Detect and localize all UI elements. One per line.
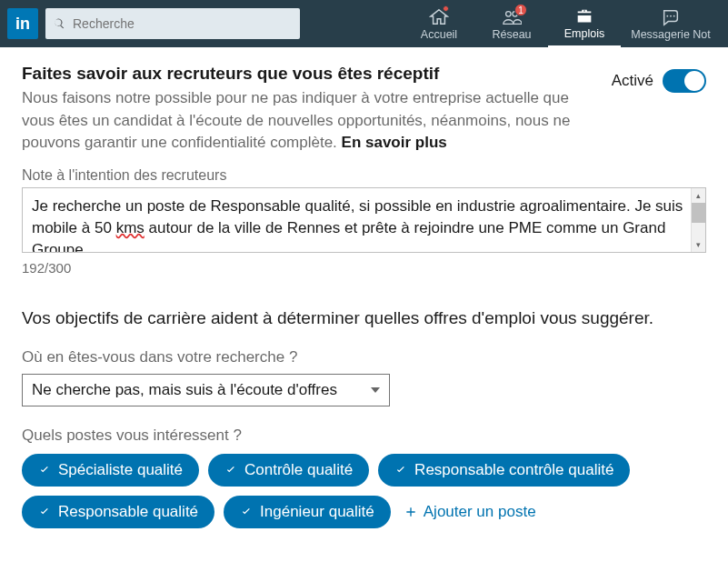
message-icon	[661, 7, 681, 27]
positions-pill-row: Spécialiste qualité Contrôle qualité Res…	[22, 454, 706, 528]
nav-jobs[interactable]: Emplois	[548, 0, 621, 47]
linkedin-logo[interactable]: in	[7, 8, 38, 39]
check-icon	[38, 464, 51, 477]
plus-icon	[404, 505, 418, 519]
chevron-down-icon	[371, 387, 380, 393]
status-label: Où en êtes-vous dans votre recherche ?	[22, 348, 706, 366]
scroll-thumb[interactable]	[692, 203, 705, 223]
open-toggle[interactable]	[663, 69, 706, 93]
nav-network[interactable]: 1 Réseau	[475, 0, 548, 47]
add-position-link[interactable]: Ajouter un poste	[400, 496, 540, 528]
position-pill[interactable]: Ingénieur qualité	[224, 496, 391, 528]
nav: Accueil 1 Réseau Emplois Messagerie Not	[403, 0, 721, 47]
position-pill[interactable]: Contrôle qualité	[208, 454, 369, 487]
status-select[interactable]: Ne cherche pas, mais suis à l'écoute d'o…	[22, 374, 390, 406]
scroll-up-icon: ▴	[692, 188, 705, 203]
position-pill[interactable]: Responsable contrôle qualité	[378, 454, 630, 487]
open-text: Faites savoir aux recruteurs que vous êt…	[22, 64, 576, 155]
open-to-recruiters-section: Faites savoir aux recruteurs que vous êt…	[22, 64, 706, 155]
svg-point-2	[673, 15, 675, 16]
scroll-down-icon: ▾	[692, 237, 705, 252]
positions-label: Quels postes vous intéressent ?	[22, 427, 706, 445]
check-icon	[394, 464, 407, 477]
main-content: Faites savoir aux recruteurs que vous êt…	[0, 47, 728, 545]
notification-dot-icon	[443, 5, 449, 12]
career-heading: Vos objectifs de carrière aident à déter…	[22, 308, 706, 328]
note-label: Note à l'intention des recruteurs	[22, 167, 706, 184]
note-textarea[interactable]: Je recherche un poste de Responsable qua…	[22, 187, 706, 253]
svg-point-1	[670, 15, 672, 16]
notification-badge: 1	[514, 4, 527, 16]
search-wrap	[45, 8, 300, 39]
spellcheck-underline: kms	[116, 219, 145, 236]
learn-more-link[interactable]: En savoir plus	[342, 134, 447, 151]
position-pill[interactable]: Spécialiste qualité	[22, 454, 199, 487]
nav-jobs-label: Emplois	[564, 27, 604, 40]
status-value: Ne cherche pas, mais suis à l'écoute d'o…	[32, 381, 337, 399]
toggle-label: Activé	[612, 72, 653, 90]
textarea-scrollbar[interactable]: ▴ ▾	[691, 188, 705, 252]
note-textarea-wrap: Je recherche un poste de Responsable qua…	[22, 187, 706, 253]
toggle-knob	[684, 71, 704, 91]
check-icon	[38, 506, 51, 518]
open-title: Faites savoir aux recruteurs que vous êt…	[22, 64, 576, 84]
nav-messaging-label: Messagerie Not	[631, 28, 711, 41]
briefcase-icon	[574, 6, 594, 26]
toggle-area: Activé	[612, 64, 706, 93]
nav-home[interactable]: Accueil	[403, 0, 475, 47]
nav-home-label: Accueil	[421, 28, 457, 41]
nav-network-label: Réseau	[492, 28, 531, 41]
top-navbar: in Accueil 1 Réseau Emplois Messagerie N…	[0, 0, 728, 47]
position-pill[interactable]: Responsable qualité	[22, 496, 214, 528]
open-body: Nous faisons notre possible pour ne pas …	[22, 87, 576, 155]
char-counter: 192/300	[22, 260, 706, 276]
check-icon	[224, 464, 237, 477]
svg-point-0	[666, 15, 668, 16]
nav-messaging[interactable]: Messagerie Not	[621, 0, 721, 47]
search-icon	[53, 17, 65, 30]
search-input[interactable]	[45, 8, 300, 39]
check-icon	[240, 506, 253, 518]
